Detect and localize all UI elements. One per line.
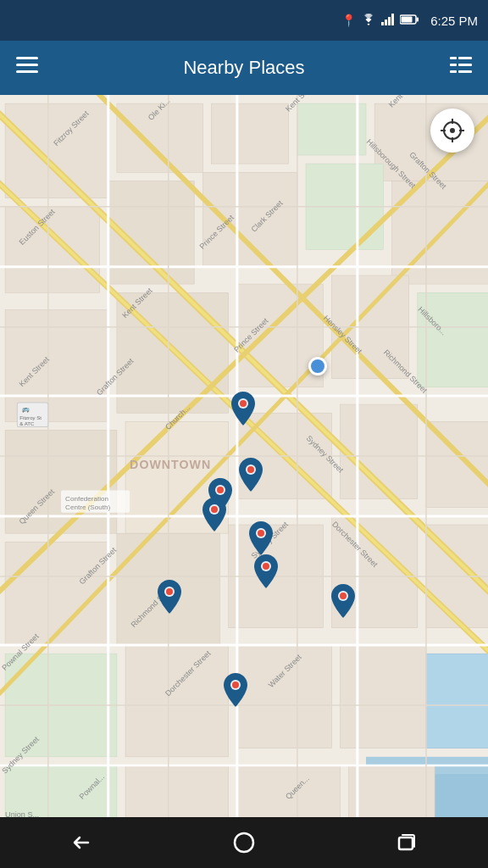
svg-point-122	[211, 506, 218, 513]
svg-rect-19	[211, 103, 288, 164]
svg-text:Centre (South): Centre (South)	[65, 504, 110, 511]
svg-rect-13	[458, 64, 472, 66]
svg-point-118	[247, 466, 254, 473]
list-view-button[interactable]	[447, 57, 474, 79]
status-time: 6:25 PM	[430, 14, 478, 28]
svg-rect-9	[16, 70, 38, 73]
signal-icon	[381, 14, 395, 28]
map-pin[interactable]	[254, 554, 278, 588]
map-pin[interactable]	[202, 498, 226, 531]
svg-rect-6	[402, 17, 413, 23]
map-container[interactable]: Euston Street Fitzroy Street Ole Ki... K…	[0, 95, 488, 827]
map-pin[interactable]	[224, 673, 247, 707]
svg-text:Confederation: Confederation	[65, 495, 108, 503]
home-button[interactable]	[219, 817, 269, 868]
svg-rect-5	[417, 18, 419, 22]
svg-rect-24	[202, 172, 297, 267]
wifi-icon	[361, 14, 376, 28]
svg-text:🚌: 🚌	[22, 405, 30, 413]
svg-rect-2	[388, 17, 391, 25]
svg-rect-31	[418, 292, 488, 387]
svg-rect-43	[125, 645, 229, 757]
svg-rect-45	[341, 645, 426, 748]
page-title: Nearby Places	[41, 57, 447, 79]
recent-apps-button[interactable]	[381, 817, 432, 868]
svg-point-124	[258, 530, 264, 537]
svg-rect-10	[450, 57, 457, 59]
svg-point-130	[340, 593, 347, 599]
svg-rect-7	[16, 57, 38, 59]
svg-rect-20	[297, 103, 366, 155]
svg-rect-15	[458, 70, 472, 73]
menu-button[interactable]	[14, 57, 41, 79]
svg-rect-3	[391, 14, 394, 25]
svg-point-116	[240, 400, 247, 407]
back-button[interactable]	[56, 817, 107, 868]
svg-text:& ATC: & ATC	[19, 420, 35, 426]
top-bar: Nearby Places	[0, 41, 488, 95]
svg-rect-46	[426, 654, 488, 748]
svg-text:DOWNTOWN: DOWNTOWN	[130, 458, 211, 471]
svg-point-120	[217, 487, 224, 493]
current-location-indicator	[308, 357, 327, 376]
svg-rect-12	[450, 64, 457, 66]
my-location-button[interactable]	[430, 108, 474, 153]
map-pin[interactable]	[231, 392, 255, 426]
battery-icon	[400, 14, 419, 27]
svg-rect-22	[5, 207, 100, 292]
svg-rect-17	[5, 103, 108, 198]
svg-point-134	[450, 128, 455, 133]
svg-point-139	[235, 833, 253, 852]
svg-rect-8	[16, 64, 38, 66]
svg-text:Fitzroy St: Fitzroy St	[19, 415, 42, 420]
status-bar: 📍 6:25 PM	[0, 0, 488, 41]
svg-rect-1	[385, 19, 387, 25]
svg-point-128	[166, 588, 173, 595]
map-pin[interactable]	[239, 458, 263, 492]
svg-rect-140	[399, 837, 413, 849]
map-pin[interactable]	[331, 584, 355, 618]
svg-rect-11	[458, 57, 472, 59]
svg-point-132	[232, 682, 239, 688]
bottom-navigation	[0, 817, 488, 868]
location-status-icon: 📍	[341, 14, 356, 27]
svg-rect-44	[237, 645, 332, 748]
svg-rect-0	[381, 22, 384, 25]
map-pin[interactable]	[158, 580, 181, 614]
svg-rect-14	[450, 70, 457, 73]
svg-point-126	[263, 563, 269, 570]
map-pin[interactable]	[249, 521, 273, 555]
